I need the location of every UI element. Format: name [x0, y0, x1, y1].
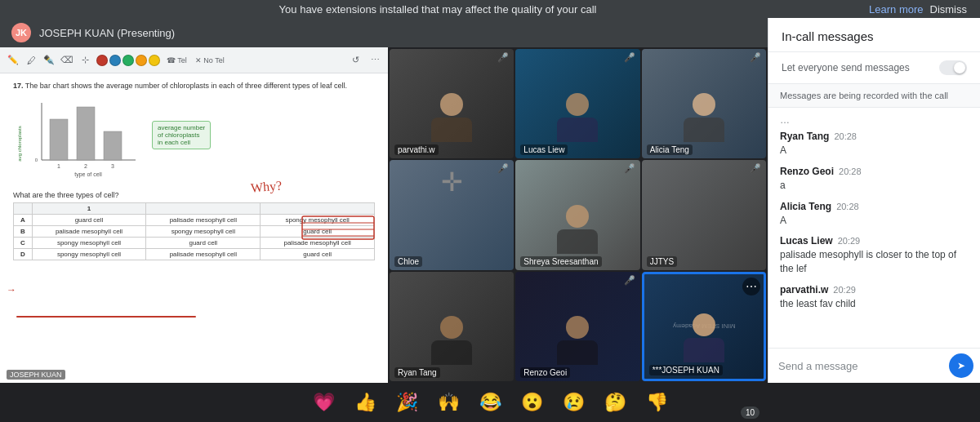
mic-muted-icon: 🎤: [750, 163, 761, 174]
presentation-area: ✏️ 🖊 ✒️ ⌫ ⊹ ☎ Tel: [0, 47, 388, 383]
svg-text:0: 0: [35, 158, 38, 162]
color-yellow[interactable]: [149, 55, 160, 66]
tel-button[interactable]: ☎ Tel: [163, 52, 190, 69]
no-tel-button[interactable]: ✕ No Tel: [192, 52, 228, 69]
color-green[interactable]: [122, 55, 134, 66]
tile-label: Lucas Liew: [520, 144, 568, 155]
person-silhouette: [684, 93, 724, 142]
message-item: Alicia Teng 20:28 A: [780, 201, 969, 228]
message-input-row: ➤: [768, 348, 980, 383]
presenter-name: JOSEPH KUAN (Presenting): [39, 27, 175, 39]
person-silhouette: [557, 93, 598, 142]
tile-label: Shreya Sreesanthan: [520, 256, 601, 267]
emoji-heart[interactable]: 💗: [310, 389, 338, 416]
dismiss-button[interactable]: Dismiss: [930, 3, 968, 16]
color-blue[interactable]: [109, 55, 121, 66]
message-header: Renzo Geoi 20:28: [780, 166, 969, 177]
extension-warning-banner: You have extensions installed that may a…: [0, 0, 980, 18]
color-palette: [96, 55, 160, 66]
svg-text:1: 1: [57, 163, 60, 169]
more-options-button[interactable]: ⋯: [367, 52, 383, 69]
person-silhouette: [557, 205, 598, 254]
message-item: Renzo Geoi 20:28 a: [780, 166, 969, 193]
presentation-toolbar: ✏️ 🖊 ✒️ ⌫ ⊹ ☎ Tel: [0, 47, 388, 73]
video-grid: 🎤 parvathi.w 🎤 Lucas Liew: [388, 47, 768, 383]
tile-label: Ryan Tang: [394, 367, 440, 378]
toolbar-right-actions: ↺ ⋯: [347, 52, 383, 69]
learn-more-link[interactable]: Learn more: [869, 3, 923, 16]
message-text: A: [780, 214, 969, 228]
presenter-bar: JK JOSEPH KUAN (Presenting): [0, 18, 768, 47]
message-header: parvathi.w 20:29: [780, 284, 969, 295]
person-silhouette: [684, 313, 724, 362]
tile-options-button[interactable]: ⋯: [742, 278, 760, 295]
tile-label: Chloe: [394, 256, 422, 267]
emoji-thumbsup[interactable]: 👍: [351, 389, 380, 416]
message-item: Ryan Tang 20:28 A: [780, 131, 969, 158]
mic-muted-icon: 🎤: [750, 52, 761, 63]
mic-muted-icon: 🎤: [497, 52, 509, 63]
chart-label: average numberof chloroplastsin each cel…: [152, 121, 211, 149]
emoji-tada[interactable]: 🎉: [393, 389, 421, 416]
marker-tool[interactable]: 🖊: [23, 52, 39, 69]
slide-content: 17. The bar chart shows the average numb…: [0, 73, 388, 383]
mic-muted-icon: 🎤: [497, 163, 509, 174]
svg-rect-5: [104, 131, 122, 160]
pencil-tool[interactable]: ✏️: [5, 52, 21, 69]
undo-button[interactable]: ↺: [347, 52, 363, 69]
mic-muted-icon: 🎤: [624, 275, 635, 286]
tile-label: ***JOSEPH KUAN: [649, 365, 723, 375]
message-sender: Renzo Geoi: [780, 166, 834, 177]
table-question: What are the three types of cell?: [13, 191, 375, 199]
send-message-button[interactable]: ➤: [949, 353, 973, 378]
messages-area: … Ryan Tang 20:28 A Renzo Geoi 20:28 a: [768, 108, 980, 348]
send-messages-toggle[interactable]: [939, 60, 967, 75]
svg-text:type of cell: type of cell: [74, 171, 102, 178]
text-tools: ☎ Tel ✕ No Tel: [163, 52, 228, 69]
color-red[interactable]: [96, 55, 108, 66]
panel-header: In-call messages: [768, 18, 980, 52]
tile-label: Renzo Geoi: [520, 367, 570, 378]
svg-rect-3: [50, 119, 68, 160]
mic-muted-icon: 🎤: [624, 163, 635, 174]
emoji-laugh[interactable]: 😂: [476, 389, 505, 416]
emoji-sad[interactable]: 😢: [559, 389, 588, 416]
message-time: 20:28: [839, 167, 862, 176]
toggle-label: Let everyone send messages: [782, 62, 910, 73]
video-tile-shreya: 🎤 Shreya Sreesanthan: [515, 160, 639, 269]
in-call-messages-panel: In-call messages Let everyone send messa…: [768, 18, 980, 383]
message-sender: Lucas Liew: [780, 235, 833, 247]
message-time: 20:28: [834, 131, 857, 141]
page-count-badge: 10: [741, 406, 760, 419]
eraser-tool[interactable]: ⌫: [59, 52, 75, 69]
emoji-thumbsdown[interactable]: 👎: [643, 389, 671, 416]
select-tool[interactable]: ⊹: [77, 52, 93, 69]
color-orange[interactable]: [136, 55, 147, 66]
bar-chart: avg chloroplasts 1 2 3: [13, 95, 144, 184]
message-text: a: [780, 179, 969, 193]
video-tile-alicia: 🎤 Alicia Teng: [642, 49, 766, 158]
message-input[interactable]: [775, 357, 944, 375]
mic-muted-icon: 🎤: [624, 52, 635, 63]
video-tile-lucas: 🎤 Lucas Liew: [515, 49, 639, 158]
highlighter-tool[interactable]: ✒️: [41, 52, 57, 69]
message-time: 20:29: [838, 236, 861, 246]
tile-label: parvathi.w: [394, 144, 439, 155]
message-item: Lucas Liew 20:29 palisade mesophyll is c…: [780, 235, 969, 276]
video-tile-renzo: 🎤 Renzo Geoi: [515, 272, 639, 381]
emoji-surprised[interactable]: 😮: [518, 389, 546, 416]
person-silhouette: [431, 316, 472, 365]
emoji-raised-hands[interactable]: 🙌: [434, 389, 463, 416]
toggle-knob: [954, 62, 965, 73]
left-area: JK JOSEPH KUAN (Presenting) ✏️ 🖊 ✒️ ⌫ ⊹: [0, 18, 768, 383]
recording-notice: Messages are being recorded with the cal…: [768, 84, 980, 108]
emoji-thinking[interactable]: 🤔: [601, 389, 630, 416]
tile-label: JJTYS: [647, 256, 677, 267]
message-text: palisade mesophyll is closer to the top …: [780, 248, 969, 276]
svg-text:3: 3: [111, 163, 114, 169]
table-row: D spongy mesophyll cell palisade mesophy…: [14, 249, 375, 260]
send-icon: ➤: [957, 360, 965, 371]
svg-text:2: 2: [84, 163, 87, 169]
message-item: parvathi.w 20:29 the least fav child: [780, 284, 969, 311]
bottom-bar: 💗 👍 🎉 🙌 😂 😮 😢 🤔 👎 10: [0, 383, 980, 422]
